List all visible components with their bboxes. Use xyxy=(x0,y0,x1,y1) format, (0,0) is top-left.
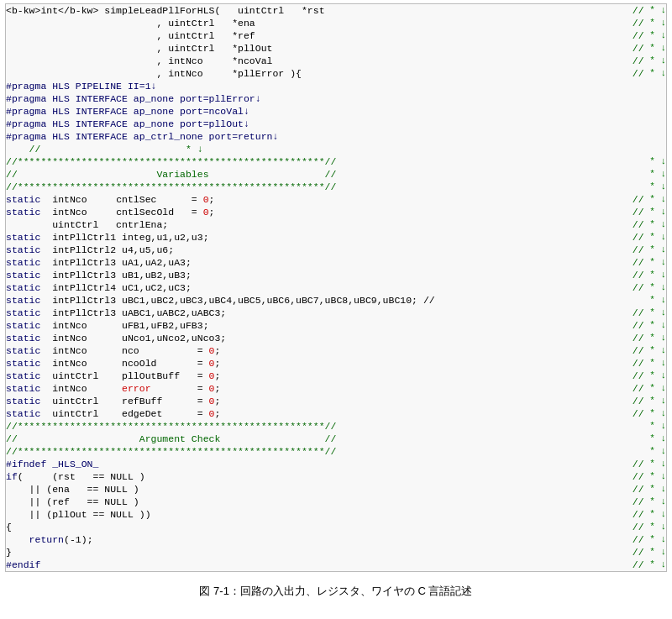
marker-cell: * ↓ xyxy=(649,4,666,17)
table-row: //**************************************… xyxy=(6,445,666,458)
comment-cell: // xyxy=(633,231,649,244)
marker-cell: * ↓ xyxy=(649,42,666,55)
comment-cell: // xyxy=(633,508,649,521)
code-cell: //**************************************… xyxy=(6,445,633,458)
code-cell: #endif xyxy=(6,559,633,571)
comment-cell: // xyxy=(633,244,649,256)
table-row: static intPllCtrl3 uBC1,uBC2,uBC3,uBC4,u… xyxy=(6,294,666,307)
marker-cell: * ↓ xyxy=(649,483,666,496)
table-row: || (ena == NULL ) //* ↓ xyxy=(6,483,666,496)
code-cell: #pragma HLS INTERFACE ap_none port=pllEr… xyxy=(6,92,633,105)
marker-cell: * ↓ xyxy=(649,445,666,458)
comment-cell xyxy=(633,445,649,458)
table-row: static intPllCtrl4 uC1,uC2,uC3; //* ↓ xyxy=(6,281,666,294)
marker-cell: * ↓ xyxy=(649,319,666,332)
marker-cell: * ↓ xyxy=(649,281,666,294)
marker-cell: * ↓ xyxy=(649,168,666,181)
comment-cell: // xyxy=(633,55,649,67)
table-row: // Argument Check //* ↓ xyxy=(6,433,666,445)
table-row: { //* ↓ xyxy=(6,521,666,533)
comment-cell: // xyxy=(633,382,649,395)
comment-cell: // xyxy=(633,4,649,17)
comment-cell xyxy=(633,80,649,92)
comment-cell: // xyxy=(633,218,649,231)
code-cell: , intNco *ncoVal xyxy=(6,55,633,67)
comment-cell: // xyxy=(633,281,649,294)
comment-cell: // xyxy=(633,256,649,269)
caption: 図 7-1：回路の入出力、レジスタ、ワイヤの C 言語記述 xyxy=(0,575,672,606)
marker-cell: * ↓ xyxy=(649,193,666,206)
marker-cell: * ↓ xyxy=(649,420,666,433)
code-cell: , uintCtrl *ena xyxy=(6,17,633,29)
comment-cell xyxy=(633,168,649,181)
marker-cell xyxy=(649,118,666,130)
comment-cell: // xyxy=(633,269,649,281)
table-row: static intNco nco = 0; //* ↓ xyxy=(6,344,666,357)
marker-cell xyxy=(649,80,666,92)
code-cell: //**************************************… xyxy=(6,155,633,168)
comment-cell: // xyxy=(633,17,649,29)
code-cell: static intPllCtrl4 uC1,uC2,uC3; xyxy=(6,281,633,294)
table-row: //**************************************… xyxy=(6,181,666,193)
table-row: #pragma HLS INTERFACE ap_none port=pllOu… xyxy=(6,118,666,130)
table-row: static intNco ncoOld = 0; //* ↓ xyxy=(6,357,666,370)
table-row: static intPllCtrl1 integ,u1,u2,u3; //* ↓ xyxy=(6,231,666,244)
marker-cell: * ↓ xyxy=(649,508,666,521)
comment-cell: // xyxy=(633,533,649,546)
table-row: #pragma HLS INTERFACE ap_none port=ncoVa… xyxy=(6,105,666,118)
comment-cell: // xyxy=(633,470,649,483)
marker-cell: * ↓ xyxy=(649,231,666,244)
comment-cell: // xyxy=(633,458,649,470)
marker-cell: * ↓ xyxy=(649,307,666,319)
comment-cell: // xyxy=(633,307,649,319)
comment-cell: // xyxy=(633,546,649,559)
marker-cell: * ↓ xyxy=(649,244,666,256)
marker-cell xyxy=(649,105,666,118)
code-cell: //**************************************… xyxy=(6,181,633,193)
table-row: return(-1); //* ↓ xyxy=(6,533,666,546)
marker-cell: * ↓ xyxy=(649,332,666,344)
comment-cell xyxy=(633,105,649,118)
table-row: static uintCtrl edgeDet = 0; //* ↓ xyxy=(6,407,666,420)
comment-cell: // xyxy=(633,521,649,533)
code-cell: static intNco nco = 0; xyxy=(6,344,633,357)
table-row: static uintCtrl pllOutBuff = 0; //* ↓ xyxy=(6,370,666,382)
code-cell: //**************************************… xyxy=(6,420,633,433)
comment-cell: // xyxy=(633,559,649,571)
comment-cell: // xyxy=(633,370,649,382)
comment-cell xyxy=(633,181,649,193)
comment-cell: // xyxy=(633,395,649,407)
table-row: <b-kw>int</b-kw> simpleLeadPllForHLS( ui… xyxy=(6,4,666,17)
marker-cell: * ↓ xyxy=(649,55,666,67)
table-row: #endif //* ↓ xyxy=(6,559,666,571)
table-row: //**************************************… xyxy=(6,155,666,168)
marker-cell: * ↓ xyxy=(649,559,666,571)
table-row: static intPllCtrl3 uABC1,uABC2,uABC3; //… xyxy=(6,307,666,319)
table-row: if( (rst == NULL ) //* ↓ xyxy=(6,470,666,483)
marker-cell: * ↓ xyxy=(649,521,666,533)
comment-cell: // xyxy=(633,483,649,496)
comment-cell xyxy=(633,143,649,155)
comment-cell: // xyxy=(633,332,649,344)
code-cell: return(-1); xyxy=(6,533,633,546)
code-cell: if( (rst == NULL ) xyxy=(6,470,633,483)
code-cell: static uintCtrl pllOutBuff = 0; xyxy=(6,370,633,382)
marker-cell: * ↓ xyxy=(649,496,666,508)
table-row: static intNco error = 0; //* ↓ xyxy=(6,382,666,395)
comment-cell xyxy=(633,155,649,168)
code-cell: <b-kw>int</b-kw> simpleLeadPllForHLS( ui… xyxy=(6,4,633,17)
marker-cell: * ↓ xyxy=(649,206,666,218)
code-cell: static intNco cntlSec = 0; xyxy=(6,193,633,206)
table-row: static intPllCtrl2 u4,u5,u6; //* ↓ xyxy=(6,244,666,256)
code-cell: { xyxy=(6,521,633,533)
code-cell: || (pllOut == NULL )) xyxy=(6,508,633,521)
table-row: || (pllOut == NULL )) //* ↓ xyxy=(6,508,666,521)
code-cell: static intPllCtrl3 uBC1,uBC2,uBC3,uBC4,u… xyxy=(6,294,633,307)
comment-cell: // xyxy=(633,29,649,42)
code-cell: || (ref == NULL ) xyxy=(6,496,633,508)
comment-cell: // xyxy=(633,193,649,206)
code-cell: , intNco *pllError ){ xyxy=(6,67,633,80)
code-table: <b-kw>int</b-kw> simpleLeadPllForHLS( ui… xyxy=(6,4,666,571)
table-row: //**************************************… xyxy=(6,420,666,433)
code-cell: static uintCtrl edgeDet = 0; xyxy=(6,407,633,420)
